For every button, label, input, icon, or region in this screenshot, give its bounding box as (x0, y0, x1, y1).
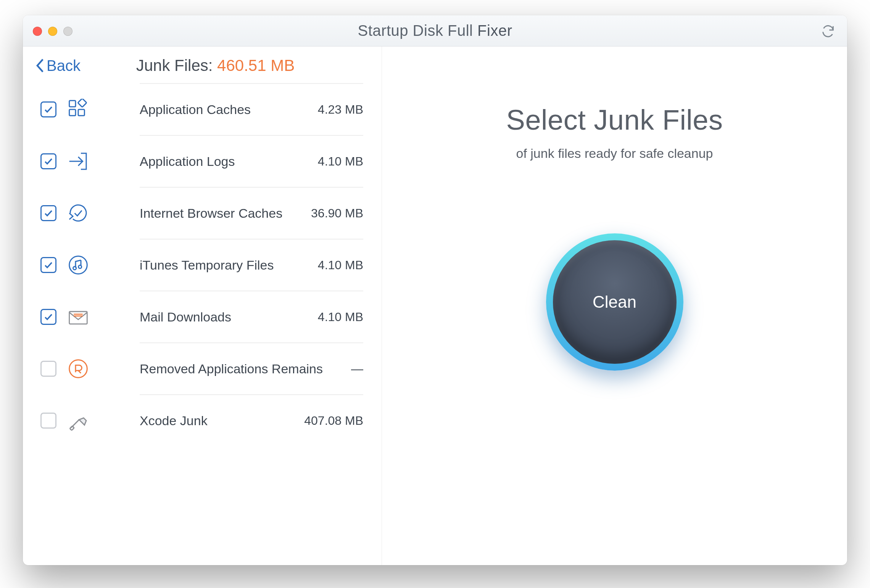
zoom-window-button[interactable] (63, 27, 72, 36)
item-size: 407.08 MB (304, 414, 363, 428)
chevron-left-icon (36, 59, 44, 72)
checkbox[interactable] (40, 413, 56, 429)
list-item[interactable]: Xcode Junk 407.08 MB (140, 394, 363, 446)
junk-files-label: Junk Files: (136, 56, 217, 74)
checkbox[interactable] (40, 361, 56, 377)
item-label: iTunes Temporary Files (140, 258, 274, 273)
list-item[interactable]: iTunes Temporary Files 4.10 MB (140, 239, 363, 291)
list-item[interactable]: Removed Applications Remains — (140, 342, 363, 394)
window-controls (33, 27, 72, 36)
checkbox[interactable] (40, 309, 56, 325)
content-area: Back Junk Files: 460.51 MB (23, 47, 847, 565)
item-label: Application Logs (140, 154, 235, 169)
svg-point-12 (69, 360, 87, 378)
checkbox[interactable] (40, 101, 56, 117)
svg-rect-3 (78, 99, 87, 107)
list-item[interactable]: Application Caches 4.23 MB (140, 83, 363, 135)
back-button[interactable]: Back (36, 57, 81, 74)
junk-files-summary: Junk Files: 460.51 MB (136, 56, 295, 75)
app-caches-icon (67, 98, 89, 120)
item-size: — (351, 362, 363, 376)
svg-rect-1 (69, 109, 76, 116)
right-subtitle: of junk files ready for safe cleanup (516, 146, 713, 161)
browser-caches-icon (67, 202, 89, 224)
window-title: Startup Disk Full Fixer (358, 22, 512, 39)
app-window: Startup Disk Full Fixer Back Junk File (23, 15, 847, 565)
item-label: Removed Applications Remains (140, 361, 323, 376)
refresh-button[interactable] (820, 24, 836, 39)
svg-rect-2 (78, 109, 84, 116)
itunes-icon (67, 254, 89, 276)
mail-icon (67, 306, 89, 328)
check-icon (44, 260, 53, 270)
item-label: Mail Downloads (140, 310, 231, 325)
item-size: 4.23 MB (318, 103, 363, 117)
list-item[interactable]: Internet Browser Caches 36.90 MB (140, 187, 363, 239)
svg-point-6 (73, 267, 76, 270)
junk-list: Application Caches 4.23 MB (23, 83, 382, 446)
list-item[interactable]: Application Logs 4.10 MB (140, 135, 363, 187)
minimize-window-button[interactable] (48, 27, 57, 36)
item-size: 4.10 MB (318, 310, 363, 324)
titlebar: Startup Disk Full Fixer (23, 15, 847, 47)
back-label: Back (47, 57, 81, 74)
check-icon (44, 312, 53, 322)
close-window-button[interactable] (33, 27, 42, 36)
clean-button[interactable]: Clean (546, 233, 683, 371)
left-panel: Back Junk Files: 460.51 MB (23, 47, 382, 565)
right-heading: Select Junk Files (506, 104, 723, 136)
junk-files-size: 460.51 MB (217, 56, 295, 74)
refresh-icon (820, 24, 836, 39)
checkbox[interactable] (40, 257, 56, 273)
svg-rect-0 (69, 101, 76, 107)
checkbox[interactable] (40, 153, 56, 169)
xcode-icon (67, 410, 89, 432)
check-icon (44, 104, 53, 114)
left-header: Back Junk Files: 460.51 MB (23, 56, 382, 83)
item-label: Xcode Junk (140, 413, 208, 428)
check-icon (44, 208, 53, 218)
window-title-bold: Fixer (477, 22, 512, 39)
check-icon (44, 156, 53, 166)
window-title-prefix: Startup Disk Full (358, 22, 478, 39)
clean-button-label: Clean (593, 292, 636, 312)
svg-point-5 (69, 256, 87, 274)
item-size: 36.90 MB (311, 206, 363, 220)
app-logs-icon (67, 150, 89, 172)
item-size: 4.10 MB (318, 258, 363, 272)
svg-rect-14 (70, 426, 74, 431)
right-panel: Select Junk Files of junk files ready fo… (382, 47, 847, 565)
item-size: 4.10 MB (318, 154, 363, 169)
item-label: Application Caches (140, 102, 251, 117)
checkbox[interactable] (40, 205, 56, 221)
svg-rect-9 (69, 312, 87, 324)
list-item[interactable]: Mail Downloads 4.10 MB (140, 291, 363, 342)
removed-apps-icon (67, 358, 89, 380)
item-label: Internet Browser Caches (140, 206, 282, 221)
